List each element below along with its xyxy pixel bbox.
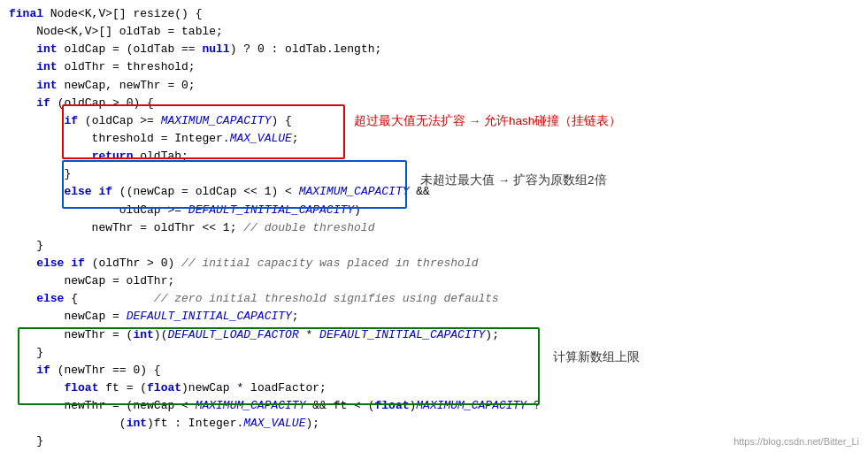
watermark: https://blog.csdn.net/Bitter_Li xyxy=(734,436,859,447)
annotation-red: 超过最大值无法扩容 → 允许hash碰撞（挂链表） xyxy=(354,113,621,129)
code-line-4: int oldThr = threshold; xyxy=(9,58,859,76)
code-line-12: oldCap >= DEFAULT_INITIAL_CAPACITY) xyxy=(9,202,859,219)
code-line-3: int oldCap = (oldTab == null) ? 0 : oldT… xyxy=(9,41,859,58)
code-line-6: if (oldCap > 0) { xyxy=(9,95,859,112)
code-line-15: else if (oldThr > 0) // initial capacity… xyxy=(9,255,859,272)
code-line-20: } xyxy=(9,344,859,362)
code-line-25: } xyxy=(9,433,859,450)
code-line-5: int newCap, newThr = 0; xyxy=(9,77,859,95)
code-line-14: } xyxy=(9,237,859,255)
code-line-9: return oldTab; xyxy=(9,148,859,165)
code-line-23: newThr = (newCap < MAXIMUM_CAPACITY && f… xyxy=(9,397,859,415)
annotation-green: 计算新数组上限 xyxy=(553,349,640,365)
code-line-8: threshold = Integer.MAX_VALUE; xyxy=(9,130,859,148)
code-line-17: else { // zero initial threshold signifi… xyxy=(9,290,859,308)
code-line-21: if (newThr == 0) { xyxy=(9,362,859,379)
code-line-2: Node<K,V>[] oldTab = table; xyxy=(9,23,859,41)
code-line-16: newCap = oldThr; xyxy=(9,272,859,290)
code-line-22: float ft = (float)newCap * loadFactor; xyxy=(9,379,859,397)
code-line-18: newCap = DEFAULT_INITIAL_CAPACITY; xyxy=(9,308,859,326)
code-line-1: final Node<K,V>[] resize() { xyxy=(9,5,859,23)
code-line-24: (int)ft : Integer.MAX_VALUE); xyxy=(9,415,859,433)
code-area: final Node<K,V>[] resize() { Node<K,V>[]… xyxy=(0,0,868,452)
annotation-blue: 未超过最大值 → 扩容为原数组2倍 xyxy=(420,172,607,188)
code-line-13: newThr = oldThr << 1; // double threshol… xyxy=(9,219,859,237)
code-line-19: newThr = (int)(DEFAULT_LOAD_FACTOR * DEF… xyxy=(9,326,859,344)
